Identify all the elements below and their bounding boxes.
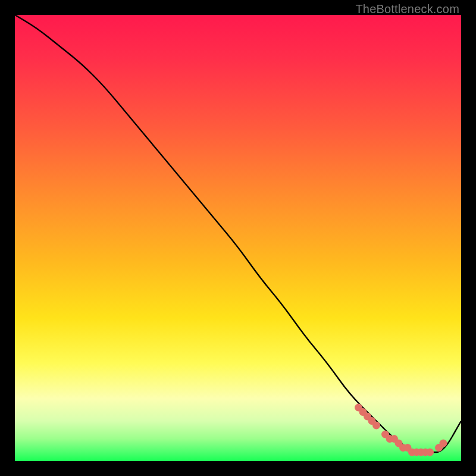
marker-dot [440,440,447,447]
chart-frame: TheBottleneck.com [0,0,476,476]
curve-svg [15,15,461,461]
watermark-text: TheBottleneck.com [355,2,459,16]
bottleneck-curve [15,15,461,452]
marker-dot [426,449,434,456]
marker-group [355,404,447,456]
marker-dot [372,422,380,430]
plot-area [15,15,461,461]
